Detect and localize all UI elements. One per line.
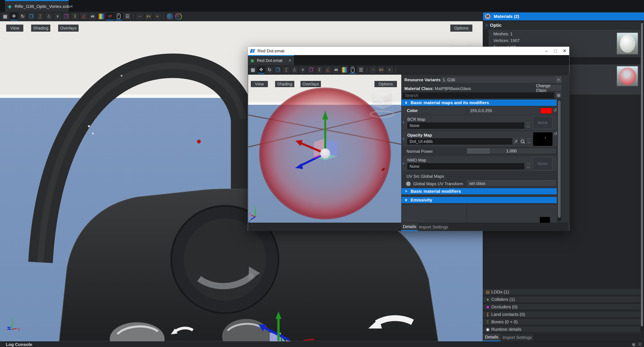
search-input[interactable] [403, 93, 554, 98]
material-editor-window[interactable]: Red Dot.emat – □ ✕ ▣ Red Dot.emat ✕ ▦ ✜ … [248, 47, 570, 231]
character-tool-button[interactable]: ♙ [45, 13, 53, 20]
opacity-map-input[interactable] [407, 138, 512, 145]
undo-icon[interactable]: ↺ [554, 131, 557, 137]
search-settings-button[interactable]: ⚙ [555, 93, 562, 98]
opacity-open-button[interactable]: ↗ [513, 138, 519, 145]
expander-triangle-icon[interactable]: ▾ [486, 24, 488, 27]
normal-power-slider[interactable]: 1.000 [466, 148, 556, 154]
sidebar-item-occluders[interactable]: ■ Occluders (0) [483, 304, 643, 310]
group-expander-caret[interactable]: › [403, 161, 404, 166]
angle-45-button[interactable]: 45 [332, 66, 340, 74]
vertex-paint-button[interactable]: ❒ [307, 66, 315, 74]
list-view-button[interactable]: ☰ [124, 13, 131, 20]
section-basic-modifiers-header[interactable]: > Basic material modifiers [402, 188, 557, 194]
exposure-button[interactable]: EV [145, 13, 152, 20]
rotate-tool-button[interactable]: ↻ [266, 66, 273, 74]
properties-scrollbar[interactable] [557, 100, 561, 221]
mouse-mode-button[interactable] [115, 13, 122, 20]
maximize-button[interactable]: □ [551, 47, 560, 55]
translate-tool-button[interactable]: ✜ [258, 66, 265, 74]
group-expander-caret[interactable]: › [403, 136, 404, 142]
options-menu-button[interactable]: Options [374, 81, 397, 87]
sidebar-item-bones[interactable]: ⌶ Bones (0 + 0) [483, 319, 643, 325]
scale-tool-button[interactable]: ❒ [274, 66, 282, 74]
shading-menu-button[interactable]: Shading [31, 25, 50, 32]
opacity-search-button[interactable] [520, 138, 525, 145]
change-class-button[interactable]: Change Class [536, 85, 562, 91]
camera-pan-button[interactable]: ⇄ [106, 13, 114, 20]
scale-tool-button[interactable]: ❒ [28, 13, 35, 20]
axis-snap-button[interactable]: ∠ [324, 66, 332, 74]
undo-icon[interactable]: ↺ [553, 108, 557, 113]
grid-view-button[interactable]: ▦ [1, 13, 9, 20]
materials-section-header[interactable]: M Materials (2) [483, 13, 644, 20]
sidebar-tab-import-settings[interactable]: Import Settings [501, 333, 534, 341]
lens-preview-button[interactable] [174, 13, 182, 20]
emissive-color-swatch[interactable] [540, 217, 550, 223]
opacity-browse-button[interactable]: .. [526, 138, 532, 145]
sidebar-item-lods[interactable]: ▤ LODs (1) [483, 289, 643, 295]
zoom-in-button[interactable]: + [386, 66, 394, 74]
grid-view-button[interactable]: ▦ [249, 66, 257, 74]
properties-scrollbar-thumb[interactable] [558, 100, 561, 218]
colormap-button[interactable] [340, 66, 348, 74]
orbit-mode-button[interactable] [166, 13, 174, 20]
editor-tab-import-settings[interactable]: Import Settings [418, 223, 449, 231]
optic-section-row[interactable]: ▾ Optic [483, 22, 644, 29]
bone-tool-button[interactable]: ⌶ [282, 66, 290, 74]
material-document-tab[interactable]: ▣ Red Dot.emat ✕ [248, 55, 294, 65]
sidebar-item-colliders[interactable]: ● Colliders (1) [483, 296, 643, 302]
translate-tool-button[interactable]: ✜ [10, 13, 18, 20]
sidebar-tab-details[interactable]: Details [483, 333, 500, 341]
zoom-in-button[interactable]: + [153, 13, 161, 20]
axis-snap-button[interactable]: ∠ [80, 13, 88, 20]
resource-variants-dropdown[interactable]: 1. G36 ▾ [440, 76, 562, 83]
exposure-button[interactable]: EV [378, 66, 385, 74]
list-view-button[interactable]: ☰ [357, 66, 365, 74]
nmo-map-preview[interactable]: None [533, 157, 552, 170]
close-window-button[interactable]: ✕ [560, 47, 569, 55]
rotate-tool-button[interactable]: ↻ [19, 13, 26, 20]
editor-tab-details[interactable]: Details [401, 223, 418, 231]
close-tab-icon[interactable]: ✕ [288, 58, 292, 63]
ground-snap-button[interactable]: ↧ [71, 13, 79, 20]
sidebar-scrollbar-thumb[interactable] [641, 23, 643, 326]
shading-menu-button[interactable]: Shading [275, 81, 294, 87]
ground-snap-button[interactable]: ↧ [316, 66, 323, 74]
bone-tool-button[interactable]: ⌶ [36, 13, 44, 20]
mouse-mode-button[interactable] [349, 66, 356, 74]
material-preview-red[interactable] [616, 66, 638, 86]
main-document-tab[interactable]: ◈ Rifle_G36_Optic_Vortex.xob ✕ [5, 0, 68, 12]
bcr-map-preview[interactable]: None [533, 116, 552, 129]
window-title-bar[interactable]: Red Dot.emat – □ ✕ [248, 47, 569, 55]
zoom-out-button[interactable]: − [369, 66, 377, 74]
view-menu-button[interactable]: View [251, 81, 268, 87]
bcr-map-input[interactable] [407, 122, 524, 129]
vertex-paint-button[interactable]: ❒ [62, 13, 70, 20]
uv-transform-radio[interactable] [406, 181, 411, 186]
angle-45-button[interactable]: 45 [88, 13, 96, 20]
material-preview-viewport[interactable]: FRONT LEFT [248, 75, 401, 223]
close-panel-icon[interactable]: ☒ [638, 342, 642, 347]
section-emissivity-header[interactable]: ∨ Emissivity [402, 197, 557, 203]
options-menu-button[interactable]: Options [450, 25, 472, 32]
dropdown-arrow-icon[interactable]: ▾ [555, 77, 562, 83]
character-tool-button[interactable]: ♙ [291, 66, 298, 74]
uv-transform-set-class-button[interactable]: set class [466, 180, 556, 186]
color-swatch[interactable] [540, 108, 552, 114]
material-preview-white[interactable] [616, 33, 638, 55]
sidebar-item-runtime-details[interactable]: ◉ Runtime details [483, 326, 643, 332]
skeleton-tool-button[interactable]: ♆ [299, 66, 306, 74]
log-console-bar[interactable]: Log Console ▣ ☒ [0, 341, 644, 347]
minimize-button[interactable]: – [542, 47, 551, 55]
skeleton-tool-button[interactable]: ♆ [54, 13, 62, 20]
view-menu-button[interactable]: View [6, 25, 23, 32]
zoom-out-button[interactable]: − [136, 13, 144, 20]
overlays-menu-button[interactable]: Overlays [58, 25, 78, 32]
close-tab-icon[interactable]: ✕ [70, 4, 73, 9]
section-basic-maps-header[interactable]: ∨ Basic material maps and its modifiers [402, 100, 557, 106]
restore-panel-icon[interactable]: ▣ [632, 342, 636, 347]
overlays-menu-button[interactable]: Overlays [300, 81, 321, 87]
bcr-browse-button[interactable]: .. [525, 122, 531, 129]
opacity-map-preview[interactable] [533, 132, 553, 146]
